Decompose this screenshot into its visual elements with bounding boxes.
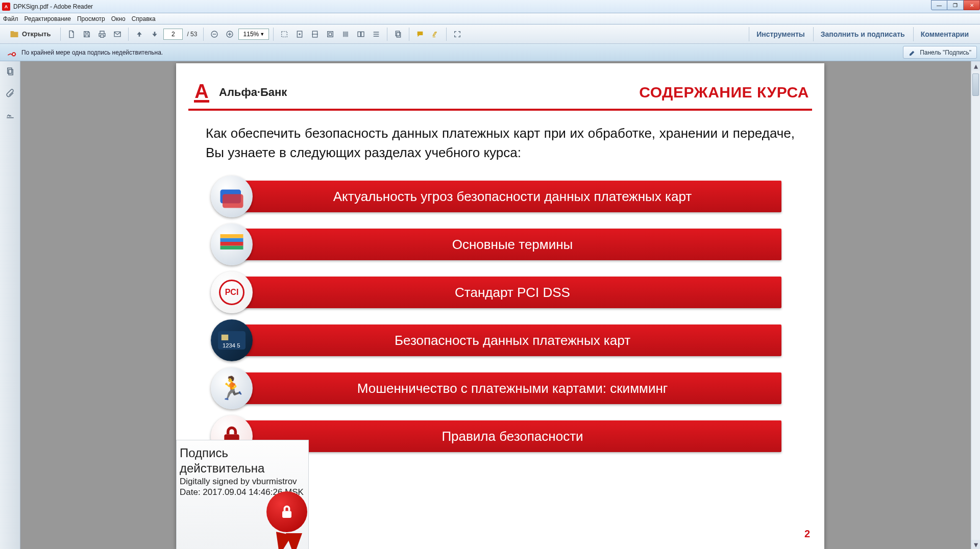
page-number: 2 <box>804 528 810 540</box>
chip-card-icon: 1234 5 <box>211 319 253 361</box>
svg-rect-8 <box>361 32 364 36</box>
section-label: Мошенничество с платежными картами: ским… <box>243 372 781 404</box>
fullscreen-button[interactable] <box>451 28 464 41</box>
thumbnails-panel-button[interactable] <box>4 65 16 78</box>
highlight-button[interactable] <box>429 28 442 41</box>
tab-tools[interactable]: Инструменты <box>749 27 812 41</box>
card-stack-icon <box>211 223 253 265</box>
signature-icon <box>6 110 15 119</box>
menu-view[interactable]: Просмотр <box>77 15 105 22</box>
menu-help[interactable]: Справка <box>132 15 156 22</box>
zoom-out-button[interactable] <box>208 28 221 41</box>
svg-rect-19 <box>220 234 243 238</box>
svg-rect-5 <box>328 31 333 37</box>
svg-rect-7 <box>358 32 360 36</box>
save-button[interactable] <box>80 28 93 41</box>
view-single-button[interactable] <box>339 28 352 41</box>
hand-tool-button[interactable] <box>293 28 306 41</box>
page-number-input[interactable] <box>163 29 183 40</box>
stamp-signed-by: Digitally signed by vburmistrov <box>180 476 305 487</box>
menu-bar: Файл Редактирование Просмотр Окно Справк… <box>0 13 980 24</box>
course-sections-list: Актуальность угроз безопасности данных п… <box>188 178 812 455</box>
toolbar-right-tabs: Инструменты Заполнить и подписать Коммен… <box>749 27 976 41</box>
email-button[interactable] <box>111 28 124 41</box>
intro-text: Как обеспечить безопасность данных плате… <box>188 111 812 178</box>
document-viewport[interactable]: А Альфа·Банк СОДЕРЖАНИЕ КУРСА Как обеспе… <box>20 61 980 549</box>
copy-icon <box>394 30 402 38</box>
zoom-in-button[interactable] <box>223 28 236 41</box>
separator <box>446 28 447 41</box>
maximize-button[interactable]: ❐ <box>947 0 964 10</box>
fit-width-icon <box>311 30 319 38</box>
svg-text:1234 5: 1234 5 <box>223 342 240 348</box>
brand-name: Альфа·Банк <box>219 86 287 99</box>
svg-rect-9 <box>396 31 400 36</box>
menu-window[interactable]: Окно <box>111 15 126 22</box>
select-tool-button[interactable] <box>278 28 291 41</box>
fit-page-icon <box>326 30 334 38</box>
view-two-page-button[interactable] <box>354 28 368 41</box>
vertical-scrollbar[interactable]: ▴ ▾ <box>971 61 980 549</box>
zoom-select[interactable]: 115%▼ <box>238 29 269 40</box>
minimize-button[interactable]: — <box>931 0 947 10</box>
list-icon <box>372 30 380 38</box>
page-total-label: / 53 <box>187 31 197 38</box>
attachments-panel-button[interactable] <box>4 87 16 99</box>
signature-stamp[interactable]: Подпись действительна Digitally signed b… <box>176 440 309 549</box>
page-down-button[interactable] <box>148 28 161 41</box>
columns-icon <box>341 30 350 38</box>
expand-icon <box>453 30 461 38</box>
open-file-button[interactable]: Открыть <box>4 28 56 41</box>
highlight-icon <box>431 30 439 38</box>
stamp-title-2: действительна <box>180 461 305 476</box>
separator <box>60 28 61 41</box>
window-controls: — ❐ ✕ <box>931 0 980 10</box>
separator <box>387 28 387 41</box>
pen-icon <box>909 48 917 57</box>
svg-rect-6 <box>329 33 332 35</box>
signature-panel-label: Панель "Подпись" <box>920 49 971 56</box>
fit-width-button[interactable] <box>308 28 322 41</box>
list-item: 🏃 Мошенничество с платежными картами: ск… <box>214 369 781 407</box>
window-title-bar: A DPKSign.pdf - Adobe Reader — ❐ ✕ <box>0 0 980 13</box>
section-label: Основные термины <box>243 229 781 260</box>
signature-panel-button[interactable]: Панель "Подпись" <box>903 46 977 59</box>
page-plus-icon <box>67 30 76 38</box>
new-from-clipboard-button[interactable] <box>65 28 78 41</box>
scroll-track[interactable] <box>971 70 980 540</box>
svg-rect-12 <box>7 68 11 73</box>
tab-fill-sign[interactable]: Заполнить и подписать <box>813 27 912 41</box>
envelope-icon <box>113 30 121 38</box>
ribbon-seal-icon <box>258 491 312 549</box>
scroll-thumb[interactable] <box>972 73 979 96</box>
svg-rect-17 <box>220 242 243 246</box>
menu-file[interactable]: Файл <box>3 15 18 22</box>
signatures-panel-button[interactable] <box>4 108 16 120</box>
print-button[interactable] <box>95 28 109 41</box>
list-item: Основные термины <box>214 226 781 263</box>
brand-logo: А Альфа·Банк <box>191 82 287 103</box>
pdf-page: А Альфа·Банк СОДЕРЖАНИЕ КУРСА Как обеспе… <box>176 63 824 549</box>
close-button[interactable]: ✕ <box>964 0 980 10</box>
marquee-icon <box>280 30 288 38</box>
list-item: Актуальность угроз безопасности данных п… <box>214 178 781 215</box>
note-button[interactable] <box>413 28 427 41</box>
page-up-button[interactable] <box>133 28 146 41</box>
fit-page-button[interactable] <box>324 28 337 41</box>
zoom-value: 115% <box>243 31 259 38</box>
window-title: DPKSign.pdf - Adobe Reader <box>13 3 93 10</box>
svg-rect-16 <box>220 246 243 250</box>
scroll-down-button[interactable]: ▾ <box>971 540 980 549</box>
thief-icon: 🏃 <box>211 367 253 409</box>
copy-button[interactable] <box>391 28 405 41</box>
pci-icon: PCI <box>211 271 253 313</box>
section-label: Безопасность данных платежных карт <box>243 325 781 356</box>
folder-icon <box>10 30 19 39</box>
menu-edit[interactable]: Редактирование <box>24 15 71 22</box>
floppy-icon <box>83 30 91 38</box>
plus-icon <box>226 30 234 38</box>
tab-comments[interactable]: Комментарии <box>913 27 976 41</box>
view-continuous-button[interactable] <box>370 28 383 41</box>
scroll-up-button[interactable]: ▴ <box>971 61 980 70</box>
separator <box>409 28 409 41</box>
